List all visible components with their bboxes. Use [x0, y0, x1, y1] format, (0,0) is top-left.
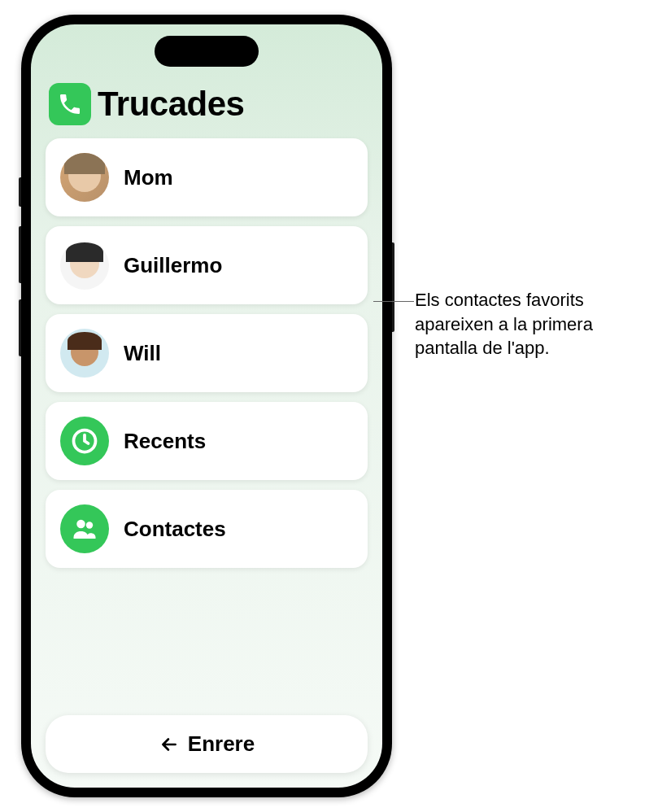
- favorite-contact-mom[interactable]: Mom: [46, 138, 368, 216]
- back-label: Enrere: [188, 731, 255, 757]
- phone-side-button: [19, 177, 21, 207]
- svg-point-2: [86, 522, 93, 528]
- nav-label: Recents: [124, 429, 206, 454]
- favorite-contact-will[interactable]: Will: [46, 314, 368, 392]
- contact-name: Guillermo: [124, 253, 222, 278]
- app-content: Trucades Mom Guillermo Will: [31, 24, 382, 788]
- nav-item-contacts[interactable]: Contactes: [46, 490, 368, 568]
- phone-power-button: [392, 242, 394, 332]
- phone-icon: [57, 91, 83, 117]
- favorite-contact-guillermo[interactable]: Guillermo: [46, 226, 368, 304]
- phone-app-icon: [49, 83, 91, 125]
- app-header: Trucades: [46, 83, 368, 138]
- back-button[interactable]: Enrere: [46, 715, 368, 773]
- arrow-left-icon: [159, 734, 180, 755]
- phone-volume-down: [19, 299, 21, 356]
- clock-icon: [60, 417, 109, 465]
- page-title: Trucades: [98, 85, 244, 124]
- avatar: [60, 153, 109, 202]
- contact-name: Mom: [124, 165, 173, 190]
- svg-point-1: [76, 520, 85, 529]
- avatar: [60, 329, 109, 378]
- avatar: [60, 241, 109, 290]
- nav-label: Contactes: [124, 517, 226, 542]
- contacts-icon: [60, 504, 109, 553]
- nav-item-recents[interactable]: Recents: [46, 402, 368, 480]
- phone-screen: Trucades Mom Guillermo Will: [31, 24, 382, 788]
- callout-text: Els contactes favorits apareixen a la pr…: [415, 288, 659, 360]
- callout-line: [373, 301, 414, 302]
- dynamic-island: [155, 36, 259, 67]
- phone-frame: Trucades Mom Guillermo Will: [21, 15, 392, 797]
- contact-name: Will: [124, 341, 161, 366]
- phone-volume-up: [19, 226, 21, 283]
